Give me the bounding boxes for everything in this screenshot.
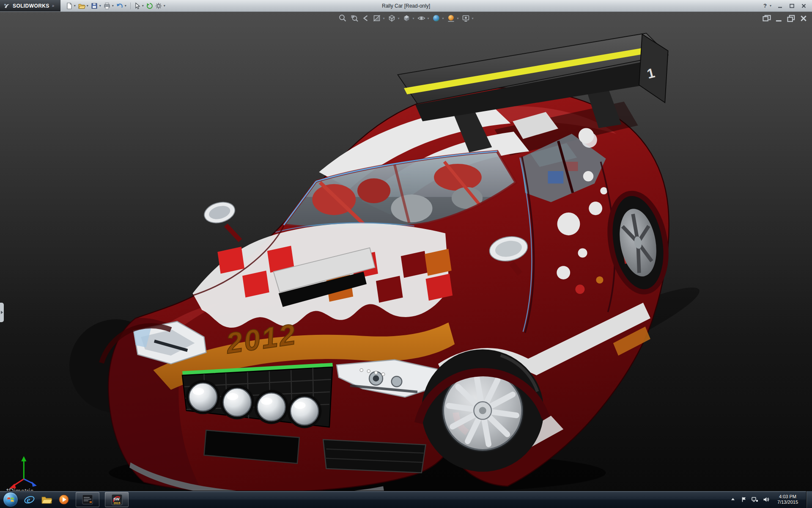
main-toolbar: ▾ ▾ ▾ ▾ ▾ ▾ ▾: [65, 1, 167, 10]
svg-text:2015: 2015: [113, 502, 120, 505]
open-button[interactable]: [77, 1, 86, 10]
heads-up-view-toolbar: ▾ ▾ ▾ ▾ ▾ ▾ ▾: [338, 14, 473, 22]
logo-text: SOLIDWORKS: [13, 3, 49, 9]
menu-expand-arrow[interactable]: »: [52, 3, 55, 8]
taskbar-left: e: [0, 492, 129, 507]
caret-icon: ▾: [442, 17, 444, 20]
media-player-icon[interactable]: [58, 493, 70, 506]
caret-icon: ▾: [99, 4, 101, 8]
caret-icon: ▾: [472, 17, 474, 20]
save-button[interactable]: [90, 1, 99, 10]
system-tray: 4:03 PM 7/13/2015: [730, 491, 812, 508]
rebuild-button[interactable]: [145, 1, 154, 10]
hood-livery: [193, 223, 453, 328]
print-button[interactable]: [103, 1, 112, 10]
view-settings-icon[interactable]: [462, 14, 470, 22]
clock-date: 7/13/2015: [777, 500, 798, 505]
view-orientation-icon[interactable]: [387, 14, 396, 22]
windows-flag-icon: [7, 496, 14, 503]
select-button[interactable]: [133, 1, 142, 10]
undo-button[interactable]: [115, 1, 124, 10]
svg-text:SW: SW: [113, 497, 120, 501]
solidworks-taskbar-button[interactable]: SW 2015: [105, 492, 129, 507]
doc-restore-button[interactable]: [787, 15, 796, 22]
close-button[interactable]: [798, 2, 809, 9]
zoom-to-area-icon[interactable]: [350, 14, 358, 22]
orientation-triad: [9, 456, 37, 489]
display-style-icon[interactable]: [402, 14, 411, 22]
caret-icon: ▾: [112, 4, 114, 8]
graphics-area[interactable]: 2012: [0, 11, 812, 491]
document-window-controls: [763, 15, 808, 22]
app-thumbnail-icon: [82, 494, 93, 505]
section-view-icon[interactable]: [373, 14, 381, 22]
solidworks-app-icon: SW 2015: [111, 494, 123, 505]
caret-icon: ▾: [457, 17, 459, 20]
taskbar-clock[interactable]: 4:03 PM 7/13/2015: [774, 494, 802, 505]
caret-icon: ▾: [164, 4, 165, 8]
windows-explorer-icon[interactable]: [40, 493, 53, 506]
caret-icon: ▾: [142, 4, 144, 8]
internet-explorer-icon[interactable]: e: [23, 493, 36, 506]
caret-icon: ▾: [74, 4, 76, 8]
start-button[interactable]: [3, 492, 18, 507]
show-desktop-button[interactable]: [806, 491, 812, 508]
help-button[interactable]: ?: [763, 3, 767, 9]
hide-show-items-icon[interactable]: [417, 14, 425, 22]
caret-icon: ▾: [427, 17, 429, 20]
caret-icon: ▾: [412, 17, 414, 20]
new-document-button[interactable]: [65, 1, 74, 10]
previous-view-icon[interactable]: [361, 14, 370, 22]
zoom-to-fit-icon[interactable]: [338, 14, 347, 22]
left-mirror: [202, 199, 240, 240]
doc-cascade-button[interactable]: [763, 15, 771, 22]
volume-icon[interactable]: [763, 496, 769, 503]
doc-minimize-button[interactable]: [775, 15, 783, 22]
doc-close-button[interactable]: [799, 15, 808, 22]
lower-intake: [323, 439, 425, 472]
taskbar: e: [0, 491, 812, 508]
window-controls: ? ▾: [763, 2, 812, 9]
edit-appearance-icon[interactable]: [432, 14, 441, 22]
caret-icon: ▾: [383, 17, 384, 20]
open-app-preview-button[interactable]: [76, 492, 99, 507]
options-button[interactable]: [154, 1, 163, 10]
caret-icon: ▾: [125, 4, 126, 8]
caret-icon: ▾: [398, 17, 399, 20]
action-center-icon[interactable]: [741, 496, 747, 503]
3d-viewport[interactable]: 2012: [0, 0, 812, 508]
solidworks-logo-icon: [3, 3, 10, 9]
feature-panel-collapsed-tab[interactable]: [0, 303, 4, 322]
title-bar: SOLIDWORKS » ▾ ▾ ▾ ▾ ▾ ▾ ▾ Rally Car [Re…: [0, 0, 812, 12]
show-hidden-icons-button[interactable]: [730, 496, 736, 503]
maximize-button[interactable]: [787, 2, 797, 9]
minimize-button[interactable]: [775, 2, 785, 9]
toolbar-separator: [130, 3, 131, 9]
network-icon[interactable]: [752, 496, 758, 503]
solidworks-window: 2012: [0, 0, 812, 508]
clock-time: 4:03 PM: [777, 494, 798, 500]
caret-icon: ▾: [770, 4, 771, 8]
caret-icon: ▾: [87, 4, 88, 8]
apply-scene-icon[interactable]: [447, 14, 455, 22]
solidworks-menu[interactable]: SOLIDWORKS »: [0, 0, 60, 11]
svg-text:e: e: [27, 495, 30, 504]
